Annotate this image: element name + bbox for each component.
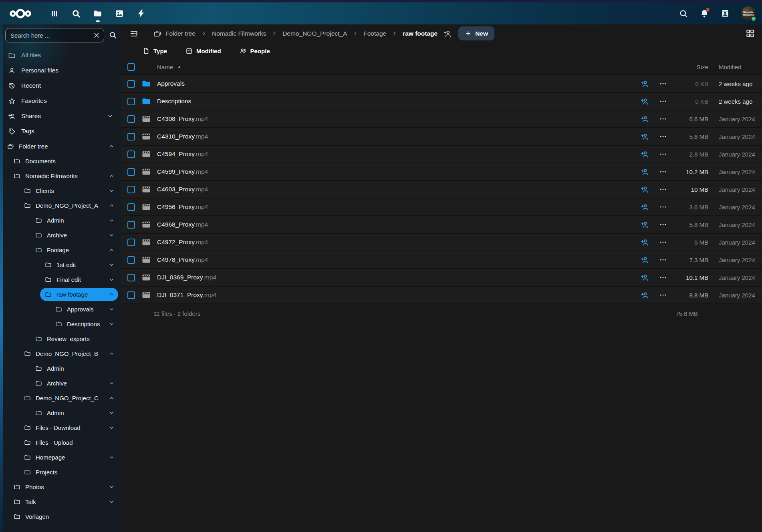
- tree-item-talk[interactable]: Talk: [0, 494, 121, 509]
- unified-search-icon[interactable]: [679, 9, 688, 18]
- table-row[interactable]: C4603_Proxy.mp410 MBJanuary 2024: [121, 181, 762, 199]
- chevron-up-icon[interactable]: [109, 351, 115, 357]
- row-checkbox[interactable]: [127, 151, 135, 158]
- tree-item-files-upload[interactable]: Files - Upload: [0, 435, 121, 450]
- chevron-down-icon[interactable]: [109, 410, 115, 416]
- new-button[interactable]: New: [458, 26, 494, 40]
- actions-menu-icon[interactable]: [654, 256, 672, 264]
- chevron-down-icon[interactable]: [109, 321, 115, 327]
- actions-menu-icon[interactable]: [654, 168, 672, 176]
- chevron-down-icon[interactable]: [109, 262, 115, 268]
- chevron-down-icon[interactable]: [107, 113, 113, 119]
- tree-item-footage[interactable]: Footage: [0, 243, 121, 257]
- tree-item-documents[interactable]: Documents: [0, 154, 121, 169]
- share-icon[interactable]: [635, 115, 654, 123]
- chevron-up-icon[interactable]: [109, 291, 115, 297]
- row-checkbox[interactable]: [127, 291, 135, 299]
- filter-chip-modified[interactable]: Modified: [185, 47, 221, 54]
- tree-item-archive[interactable]: Archive: [0, 228, 121, 243]
- actions-menu-icon[interactable]: [654, 97, 672, 105]
- tree-item-admin[interactable]: Admin: [0, 361, 121, 376]
- actions-menu-icon[interactable]: [654, 185, 672, 193]
- tree-item-folder-tree[interactable]: Folder tree: [0, 139, 121, 154]
- grid-view-toggle-icon[interactable]: [746, 29, 755, 38]
- filter-chip-type[interactable]: Type: [143, 47, 167, 54]
- share-icon[interactable]: [635, 221, 654, 229]
- row-checkbox[interactable]: [127, 186, 135, 193]
- actions-menu-icon[interactable]: [654, 273, 672, 281]
- row-checkbox[interactable]: [127, 80, 135, 88]
- chevron-down-icon[interactable]: [109, 232, 115, 238]
- chevron-down-icon[interactable]: [109, 425, 115, 431]
- row-checkbox[interactable]: [127, 115, 135, 123]
- nextcloud-logo-icon[interactable]: [9, 9, 32, 18]
- breadcrumb-item-footage[interactable]: Footage: [363, 30, 386, 37]
- chevron-up-icon[interactable]: [109, 203, 115, 209]
- row-checkbox[interactable]: [127, 221, 135, 229]
- collapse-sidebar-icon[interactable]: [129, 29, 139, 38]
- search-submit-icon[interactable]: [109, 31, 117, 40]
- filter-chip-people[interactable]: People: [240, 47, 270, 54]
- tree-item-vorlagen[interactable]: Vorlagen: [0, 509, 121, 524]
- tree-item-final-edit[interactable]: Final edit: [0, 272, 121, 287]
- row-checkbox[interactable]: [127, 203, 135, 211]
- actions-menu-icon[interactable]: [654, 132, 672, 141]
- clear-search-icon[interactable]: [93, 31, 101, 39]
- tree-item-1st-edit[interactable]: 1st edit: [0, 257, 121, 272]
- chevron-down-icon[interactable]: [109, 380, 115, 386]
- breadcrumb-item-raw-footage[interactable]: raw footage: [403, 30, 437, 37]
- tree-item-demo-ngo-project-b[interactable]: Demo_NGO_Project_B: [0, 346, 121, 361]
- table-row[interactable]: C4308_Proxy.mp46.6 MBJanuary 2024: [121, 110, 762, 128]
- row-checkbox[interactable]: [127, 133, 135, 141]
- tree-item-files-download[interactable]: Files - Download: [0, 420, 121, 435]
- share-icon[interactable]: [635, 185, 654, 194]
- breadcrumb-item-folder-tree[interactable]: Folder tree: [153, 30, 196, 38]
- chevron-down-icon[interactable]: [109, 454, 115, 460]
- chevron-down-icon[interactable]: [109, 306, 115, 312]
- share-icon[interactable]: [635, 291, 654, 299]
- table-row[interactable]: C4978_Proxy.mp47.3 MBJanuary 2024: [121, 251, 762, 269]
- tree-item-demo-ngo-project-a[interactable]: Demo_NGO_Project_A: [0, 198, 121, 213]
- size-header[interactable]: Size: [672, 64, 708, 70]
- sidebar-item-shares[interactable]: Shares: [0, 108, 121, 124]
- search-input[interactable]: [5, 28, 104, 42]
- sidebar-item-personal-files[interactable]: Personal files: [0, 63, 121, 78]
- actions-menu-icon[interactable]: [654, 80, 672, 88]
- notifications-bell-icon[interactable]: [700, 9, 709, 18]
- breadcrumb-item-demo-ngo-project-a[interactable]: Demo_NGO_Project_A: [282, 30, 347, 37]
- chevron-down-icon[interactable]: [109, 484, 115, 490]
- tree-item-archive[interactable]: Archive: [0, 376, 121, 391]
- tree-item-admin[interactable]: Admin: [0, 213, 121, 228]
- chevron-down-icon[interactable]: [109, 188, 115, 194]
- share-icon[interactable]: [635, 80, 654, 88]
- tree-item-clients[interactable]: Clients: [0, 183, 121, 198]
- share-folder-icon[interactable]: [443, 29, 452, 38]
- actions-menu-icon[interactable]: [654, 238, 672, 246]
- chevron-down-icon[interactable]: [109, 277, 115, 283]
- table-row[interactable]: Descriptions0 KB2 weeks ago: [121, 93, 762, 110]
- tree-item-demo-ngo-project-c[interactable]: Demo_NGO_Project_C: [0, 391, 121, 406]
- tree-item-homepage[interactable]: Homepage: [0, 450, 121, 465]
- tree-item-descriptions[interactable]: Descriptions: [0, 317, 121, 331]
- tree-item-review-exports[interactable]: Review_exports: [0, 331, 121, 346]
- sidebar-item-recent[interactable]: Recent: [0, 78, 121, 93]
- tree-item-nomadic-filmworks[interactable]: Nomadic Filmworks: [0, 169, 121, 183]
- actions-menu-icon[interactable]: [654, 115, 672, 123]
- sort-by-name[interactable]: Name: [157, 64, 182, 70]
- table-row[interactable]: DJI_0371_Proxy.mp48.8 MBJanuary 2024: [121, 287, 762, 304]
- photos-app-icon[interactable]: [115, 9, 124, 18]
- tree-item-admin[interactable]: Admin: [0, 406, 121, 420]
- share-icon[interactable]: [635, 203, 654, 211]
- table-row[interactable]: DJI_0369_Proxy.mp410.1 MBJanuary 2024: [121, 269, 762, 287]
- actions-menu-icon[interactable]: [654, 203, 672, 211]
- activity-icon[interactable]: [136, 9, 146, 18]
- dashboard-icon[interactable]: [50, 9, 59, 18]
- share-icon[interactable]: [635, 256, 654, 264]
- row-checkbox[interactable]: [127, 168, 135, 176]
- actions-menu-icon[interactable]: [654, 291, 672, 299]
- modified-header[interactable]: Modified: [708, 64, 756, 70]
- actions-menu-icon[interactable]: [654, 221, 672, 229]
- breadcrumb-item-nomadic-filmworks[interactable]: Nomadic Filmworks: [212, 30, 266, 37]
- table-row[interactable]: C4972_Proxy.mp45 MBJanuary 2024: [121, 234, 762, 251]
- table-row[interactable]: Approvals0 KB2 weeks ago: [121, 75, 762, 93]
